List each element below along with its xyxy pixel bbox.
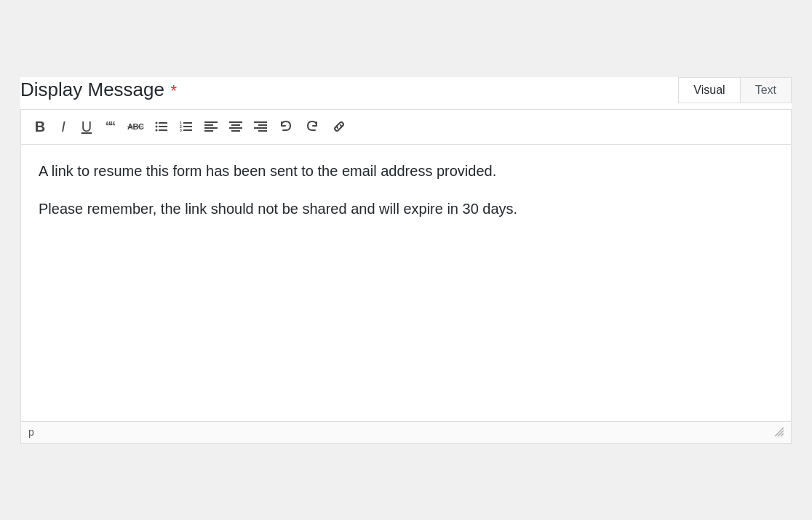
svg-point-0 bbox=[156, 122, 158, 124]
field-header: Display Message * Visual Text bbox=[20, 77, 792, 109]
align-left-icon bbox=[204, 120, 218, 133]
element-tag: p bbox=[28, 426, 34, 438]
tab-visual[interactable]: Visual bbox=[679, 78, 740, 103]
svg-rect-14 bbox=[204, 127, 218, 129]
align-left-button[interactable] bbox=[200, 116, 222, 137]
editor-wrapper: B I U ““ ABC bbox=[20, 109, 792, 444]
field-label: Display Message * bbox=[20, 79, 177, 101]
svg-point-2 bbox=[156, 126, 158, 128]
svg-rect-5 bbox=[159, 129, 167, 131]
redo-button[interactable] bbox=[300, 116, 324, 137]
required-marker: * bbox=[170, 81, 177, 100]
svg-rect-17 bbox=[231, 124, 240, 126]
ol-icon: 1 2 3 bbox=[180, 120, 193, 133]
underline-button[interactable]: U bbox=[76, 116, 97, 138]
svg-rect-19 bbox=[231, 130, 240, 132]
align-right-icon bbox=[254, 120, 267, 133]
svg-rect-16 bbox=[229, 121, 242, 123]
svg-rect-18 bbox=[229, 127, 242, 129]
content-paragraph-2: Please remember, the link should not be … bbox=[39, 197, 773, 220]
svg-rect-22 bbox=[254, 127, 267, 129]
bold-button[interactable]: B bbox=[30, 116, 50, 138]
svg-point-4 bbox=[156, 129, 158, 132]
unordered-list-button[interactable] bbox=[151, 116, 172, 137]
redo-icon bbox=[305, 119, 319, 134]
editor-content[interactable]: A link to resume this form has been sent… bbox=[21, 145, 791, 421]
svg-line-25 bbox=[781, 433, 784, 436]
svg-rect-20 bbox=[254, 121, 267, 123]
svg-line-24 bbox=[778, 431, 784, 436]
svg-rect-11 bbox=[183, 129, 192, 131]
italic-button[interactable]: I bbox=[53, 116, 73, 138]
svg-text:3: 3 bbox=[180, 128, 182, 132]
editor-footer: p bbox=[21, 421, 791, 443]
strikethrough-button[interactable]: ABC bbox=[123, 116, 148, 137]
link-icon bbox=[331, 119, 347, 135]
svg-rect-12 bbox=[204, 121, 218, 123]
svg-rect-1 bbox=[159, 122, 167, 124]
svg-rect-13 bbox=[204, 124, 213, 126]
content-paragraph-1: A link to resume this form has been sent… bbox=[39, 159, 773, 183]
undo-icon bbox=[279, 119, 293, 134]
align-center-icon bbox=[229, 120, 242, 133]
editor-tabs: Visual Text bbox=[678, 77, 792, 103]
undo-button[interactable] bbox=[274, 116, 298, 137]
resize-handle[interactable] bbox=[773, 426, 784, 439]
link-button[interactable] bbox=[327, 116, 351, 137]
toolbar: B I U ““ ABC bbox=[21, 110, 791, 145]
align-center-button[interactable] bbox=[225, 116, 247, 137]
svg-rect-3 bbox=[159, 126, 167, 127]
svg-rect-21 bbox=[258, 124, 267, 126]
svg-rect-9 bbox=[183, 126, 192, 127]
ordered-list-button[interactable]: 1 2 3 bbox=[175, 116, 197, 137]
svg-rect-23 bbox=[258, 130, 267, 132]
svg-rect-15 bbox=[204, 130, 213, 132]
svg-rect-7 bbox=[183, 122, 192, 124]
ul-icon bbox=[155, 120, 168, 133]
align-right-button[interactable] bbox=[250, 116, 271, 137]
blockquote-button[interactable]: ““ bbox=[100, 116, 120, 137]
tab-text[interactable]: Text bbox=[741, 78, 791, 103]
display-message-field: Display Message * Visual Text B I U ““ bbox=[20, 77, 792, 444]
